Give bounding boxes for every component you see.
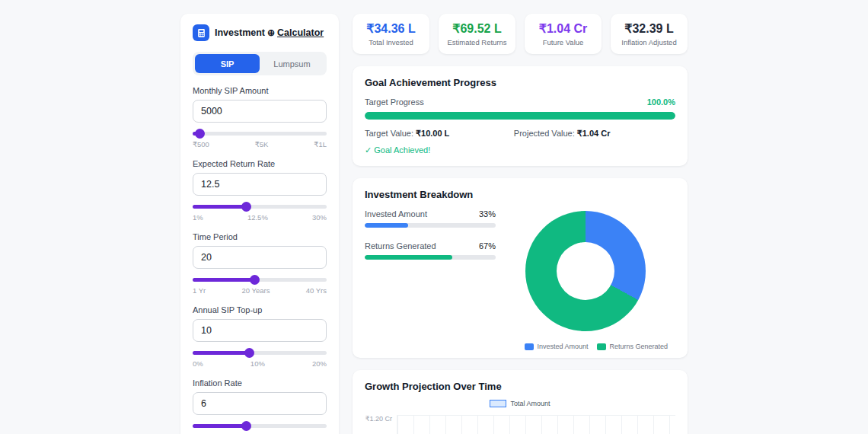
- annual-sip-topup-slider[interactable]: [193, 348, 327, 358]
- slider-scale: 1 Yr 20 Years 40 Yrs: [193, 286, 327, 295]
- stat-label: Total Invested: [356, 38, 426, 46]
- target-value-amount: ₹10.00 L: [416, 129, 449, 138]
- calculator-header: Investment ⊕ Calculator: [193, 24, 327, 41]
- monthly-sip-amount-slider[interactable]: [193, 129, 327, 139]
- scale-mid: 10%: [251, 359, 265, 369]
- growth-chart: ₹1.20 Cr: [365, 415, 675, 434]
- breakdown-item-row: Invested Amount 33%: [365, 209, 496, 219]
- tab-sip[interactable]: SIP: [195, 54, 260, 73]
- calculator-icon: [193, 24, 209, 41]
- field-label: Annual SIP Top-up: [193, 305, 327, 315]
- time-period-input[interactable]: [193, 246, 327, 269]
- field-label: Monthly SIP Amount: [193, 86, 327, 96]
- stat-card-future-value: ₹1.04 Cr Future Value: [525, 14, 602, 54]
- breakdown-item-invested: Invested Amount 33%: [365, 209, 496, 228]
- legend-item-invested: Invested Amount: [525, 343, 588, 350]
- scale-max: 30%: [312, 213, 327, 222]
- scale-min: 1%: [193, 213, 203, 222]
- breakdown-item-label: Invested Amount: [365, 209, 427, 219]
- projected-value-amount: ₹1.04 Cr: [577, 129, 611, 138]
- scale-min: ₹500: [193, 140, 209, 149]
- goal-achieved-badge: ✓ Goal Achieved!: [365, 145, 675, 155]
- target-progress-value: 100.0%: [647, 97, 675, 107]
- monthly-sip-amount-input[interactable]: [193, 100, 327, 123]
- breakdown-bars: Invested Amount 33% Returns Generated 67…: [365, 209, 496, 331]
- breakdown-item-row: Returns Generated 67%: [365, 241, 496, 251]
- inflation-rate-input[interactable]: [193, 392, 327, 415]
- total-amount-legend-swatch: [490, 400, 506, 407]
- scale-mid: 20 Years: [241, 286, 270, 295]
- field-inflation-rate: Inflation Rate 0% 6% 15%: [193, 378, 327, 434]
- breakdown-item-percent: 33%: [479, 209, 496, 219]
- stat-label: Estimated Returns: [442, 38, 512, 46]
- slider-thumb[interactable]: [244, 348, 254, 358]
- field-label: Expected Return Rate: [193, 159, 327, 169]
- growth-projection-card: Growth Projection Over Time Total Amount…: [353, 370, 688, 434]
- stat-value: ₹69.52 L: [442, 21, 512, 36]
- stat-value: ₹1.04 Cr: [528, 21, 598, 36]
- slider-thumb[interactable]: [250, 275, 260, 285]
- legend-swatch-invested: [525, 343, 534, 350]
- expected-return-rate-slider[interactable]: [193, 202, 327, 212]
- scale-min: 0%: [193, 359, 203, 369]
- slider-scale: 0% 10% 20%: [193, 359, 327, 369]
- goal-progress-bar: [365, 112, 675, 120]
- tab-lumpsum[interactable]: Lumpsum: [260, 54, 324, 73]
- growth-card-title: Growth Projection Over Time: [365, 381, 675, 392]
- stat-value: ₹34.36 L: [356, 21, 426, 36]
- annual-sip-topup-input[interactable]: [193, 319, 327, 342]
- breakdown-bar-track: [365, 255, 496, 260]
- goal-achievement-card: Goal Achievement Progress Target Progres…: [353, 66, 688, 166]
- goal-values-row: Target Value:₹10.00 L Projected Value:₹1…: [365, 129, 675, 139]
- legend-label: Invested Amount: [537, 343, 588, 350]
- legend-label: Returns Generated: [609, 343, 668, 350]
- expected-return-rate-input[interactable]: [193, 173, 327, 196]
- investment-breakdown-card: Investment Breakdown Invested Amount 33%: [353, 178, 688, 358]
- breakdown-donut-chart: [525, 211, 646, 331]
- slider-fill: [193, 278, 254, 282]
- slider-fill: [193, 205, 246, 209]
- breakdown-item-returns: Returns Generated 67%: [365, 241, 496, 260]
- projected-value-label: Projected Value:: [514, 129, 575, 138]
- slider-thumb[interactable]: [241, 202, 251, 212]
- inflation-rate-slider[interactable]: [193, 421, 327, 431]
- slider-scale: ₹500 ₹5K ₹1L: [193, 140, 327, 149]
- slider-fill: [193, 424, 246, 428]
- calculator-panel: Investment ⊕ Calculator SIP Lumpsum Mont…: [180, 14, 339, 434]
- circle-plus-icon: ⊕: [267, 27, 275, 38]
- projected-value: Projected Value:₹1.04 Cr: [514, 129, 611, 139]
- breakdown-bar-fill: [365, 223, 408, 228]
- target-progress-row: Target Progress 100.0%: [365, 97, 675, 107]
- stat-label: Future Value: [528, 38, 598, 46]
- growth-legend-label: Total Amount: [510, 400, 550, 407]
- scale-max: ₹1L: [314, 140, 327, 149]
- growth-legend: Total Amount: [365, 400, 675, 407]
- donut-wrap: [496, 209, 675, 331]
- breakdown-card-title: Investment Breakdown: [365, 189, 675, 200]
- field-monthly-sip-amount: Monthly SIP Amount ₹500 ₹5K ₹1L: [193, 86, 327, 149]
- stat-card-estimated-returns: ₹69.52 L Estimated Returns: [439, 14, 515, 54]
- breakdown-legend: Invested Amount Returns Generated: [525, 343, 668, 350]
- breakdown-bar-track: [365, 223, 496, 228]
- target-value-label: Target Value:: [365, 129, 413, 138]
- time-period-slider[interactable]: [193, 275, 327, 285]
- slider-thumb[interactable]: [195, 129, 205, 139]
- slider-fill: [193, 351, 249, 355]
- target-value: Target Value:₹10.00 L: [365, 129, 514, 139]
- slider-track[interactable]: [193, 132, 327, 136]
- scale-mid: 12.5%: [247, 213, 268, 222]
- scale-min: 1 Yr: [193, 286, 206, 295]
- results-column: ₹34.36 L Total Invested ₹69.52 L Estimat…: [353, 14, 688, 434]
- goal-progress-fill: [365, 112, 675, 120]
- mode-tabs: SIP Lumpsum: [193, 52, 327, 75]
- goal-card-title: Goal Achievement Progress: [365, 77, 675, 88]
- scale-mid: ₹5K: [255, 140, 269, 149]
- growth-y-tick: ₹1.20 Cr: [365, 415, 397, 434]
- title-word-calculator: Calculator: [277, 27, 324, 38]
- scale-max: 40 Yrs: [306, 286, 327, 295]
- growth-chart-grid: [397, 415, 675, 434]
- slider-thumb[interactable]: [241, 421, 251, 431]
- stat-label: Inflation Adjusted: [614, 38, 685, 46]
- target-progress-label: Target Progress: [365, 97, 424, 107]
- scale-max: 20%: [312, 359, 327, 369]
